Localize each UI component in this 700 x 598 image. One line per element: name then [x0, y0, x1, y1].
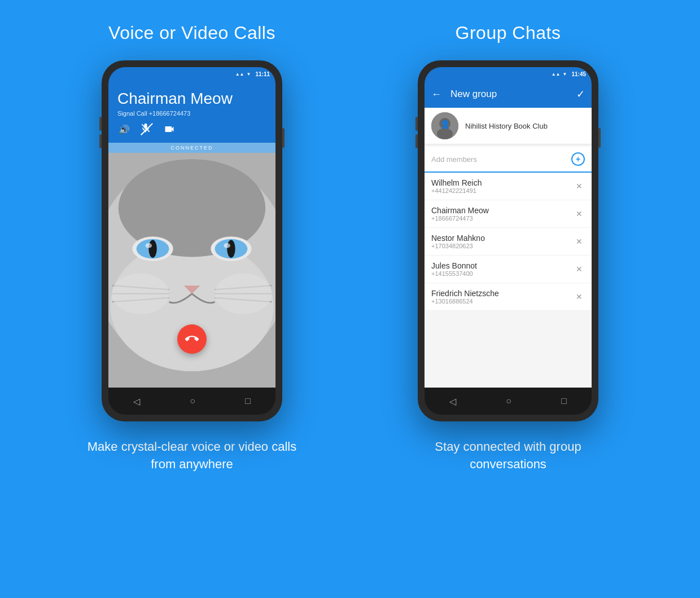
group-signal-icon: ▲▲ — [552, 72, 561, 77]
member-name-2: Nestor Mahkno — [431, 234, 574, 243]
member-row-1: Chairman Meow +18666724473 ✕ — [425, 200, 592, 228]
member-phone-2: +17034820623 — [431, 243, 574, 249]
member-name-0: Wilhelm Reich — [431, 178, 574, 187]
volume-up-button — [99, 117, 102, 131]
mute-icon[interactable] — [140, 122, 154, 136]
member-row: Wilhelm Reich +441242221491 ✕ — [425, 173, 592, 200]
power-btn — [282, 128, 285, 148]
group-name-input[interactable] — [465, 122, 585, 130]
remove-member-1[interactable]: ✕ — [574, 207, 585, 221]
add-members-placeholder[interactable]: Add members — [431, 155, 567, 164]
svg-point-12 — [224, 243, 230, 248]
call-nav-bar: ◁ ○ □ — [108, 388, 275, 415]
group-header-title: New group — [450, 89, 567, 100]
left-subtitle: Make crystal-clear voice or video calls … — [85, 438, 299, 473]
connected-status: CONNECTED — [108, 143, 275, 153]
recent-nav-icon[interactable]: □ — [245, 396, 251, 406]
phone-group: ▲▲ ▼ 11:45 ← New group ✓ — [418, 60, 598, 421]
member-name-1: Chairman Meow — [431, 206, 574, 215]
member-phone-4: +13016886524 — [431, 298, 574, 305]
group-volume-down — [415, 134, 418, 148]
speaker-icon[interactable]: 🔊 — [117, 122, 131, 136]
svg-point-10 — [227, 240, 235, 258]
phone-inner-group: ▲▲ ▼ 11:45 ← New group ✓ — [425, 67, 592, 415]
svg-point-23 — [437, 128, 453, 139]
call-info-text: Signal Call +18666724473 — [117, 110, 266, 117]
video-icon[interactable] — [163, 122, 176, 136]
remove-member-4[interactable]: ✕ — [574, 290, 585, 304]
group-nav-bar: ◁ ○ □ — [425, 388, 592, 415]
call-background: CONNECTED — [108, 143, 275, 388]
group-power-button — [598, 128, 601, 148]
group-home-nav-icon[interactable]: ○ — [506, 396, 511, 406]
group-wifi-icon: ▼ — [563, 72, 567, 77]
svg-point-11 — [146, 243, 152, 248]
svg-text:👤: 👤 — [440, 120, 450, 129]
member-row-4: Friedrich Nietzsche +13016886524 ✕ — [425, 283, 592, 311]
home-nav-icon[interactable]: ○ — [190, 396, 195, 406]
member-row-2: Nestor Mahkno +17034820623 ✕ — [425, 228, 592, 256]
call-control-icons: 🔊 — [117, 122, 266, 136]
group-power-btn — [598, 128, 601, 148]
call-contact-name: Chairman Meow — [117, 90, 266, 108]
group-status-time: 11:45 — [571, 71, 586, 77]
group-avatar-image: 👤 — [431, 112, 458, 139]
add-members-row: Add members + — [425, 147, 592, 173]
end-call-button[interactable] — [177, 324, 207, 354]
group-recent-nav-icon[interactable]: □ — [561, 396, 567, 406]
member-info-1: Chairman Meow +18666724473 — [431, 206, 574, 222]
left-column: Voice or Video Calls ▲▲ ▼ 11:11 C — [34, 23, 350, 575]
remove-member-3[interactable]: ✕ — [574, 262, 585, 276]
right-column: Group Chats ▲▲ ▼ 11:45 ← — [350, 23, 666, 575]
member-info-4: Friedrich Nietzsche +13016886524 — [431, 289, 574, 305]
call-status-bar: ▲▲ ▼ 11:11 — [108, 67, 275, 81]
volume-buttons — [99, 117, 102, 148]
group-content: 👤 Add members + — [425, 108, 592, 388]
phone-call: ▲▲ ▼ 11:11 Chairman Meow Signal Call +18… — [102, 60, 282, 421]
group-back-button[interactable]: ← — [431, 89, 441, 100]
member-phone-3: +14155537400 — [431, 270, 574, 277]
member-info-2: Nestor Mahkno +17034820623 — [431, 234, 574, 249]
signal-icon: ▲▲ — [235, 72, 244, 77]
group-confirm-button[interactable]: ✓ — [576, 88, 585, 100]
right-title: Group Chats — [456, 23, 561, 43]
phone-inner-call: ▲▲ ▼ 11:11 Chairman Meow Signal Call +18… — [108, 67, 275, 415]
left-title: Voice or Video Calls — [108, 23, 275, 43]
volume-down-button — [99, 134, 102, 148]
wifi-signal-icon: ▼ — [247, 72, 251, 77]
group-volume-buttons — [415, 117, 418, 148]
member-name-3: Jules Bonnot — [431, 261, 574, 270]
group-volume-up — [415, 117, 418, 131]
remove-member-0[interactable]: ✕ — [574, 179, 585, 193]
call-header: Chairman Meow Signal Call +18666724473 🔊 — [108, 81, 275, 143]
remove-member-2[interactable]: ✕ — [574, 235, 585, 248]
main-layout: Voice or Video Calls ▲▲ ▼ 11:11 C — [0, 0, 700, 598]
right-subtitle: Stay connected with group conversations — [401, 438, 615, 473]
group-status-bar: ▲▲ ▼ 11:45 — [425, 67, 592, 81]
member-phone-0: +441242221491 — [431, 187, 574, 194]
power-button — [282, 128, 285, 148]
svg-point-9 — [148, 240, 156, 258]
group-avatar: 👤 — [431, 112, 458, 139]
svg-point-20 — [215, 273, 272, 314]
group-back-nav-icon[interactable]: ◁ — [449, 396, 456, 407]
member-info-0: Wilhelm Reich +441242221491 — [431, 178, 574, 194]
group-header: ← New group ✓ — [425, 81, 592, 108]
group-name-row: 👤 — [425, 108, 592, 144]
status-time: 11:11 — [255, 71, 270, 77]
back-nav-icon[interactable]: ◁ — [133, 396, 140, 407]
member-phone-1: +18666724473 — [431, 215, 574, 222]
member-name-4: Friedrich Nietzsche — [431, 289, 574, 298]
member-info-3: Jules Bonnot +14155537400 — [431, 261, 574, 277]
member-row-3: Jules Bonnot +14155537400 ✕ — [425, 256, 592, 283]
svg-point-19 — [112, 273, 169, 314]
members-list: Wilhelm Reich +441242221491 ✕ Chairman M… — [425, 173, 592, 311]
add-member-button[interactable]: + — [571, 152, 585, 166]
